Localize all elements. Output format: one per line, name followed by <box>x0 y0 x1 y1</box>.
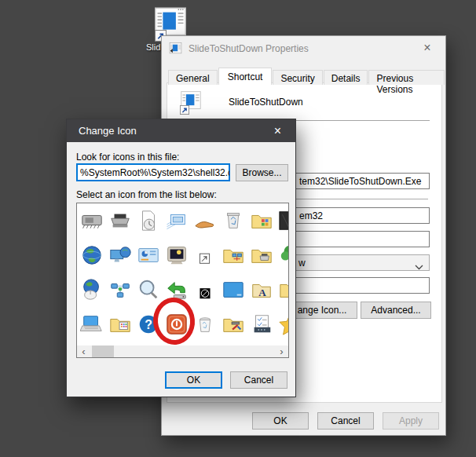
tab-security[interactable]: Security <box>273 70 322 85</box>
properties-title-icon <box>169 42 182 55</box>
advanced-button[interactable]: Advanced... <box>361 302 431 319</box>
shortcut-name-text: SlideToShutDown <box>229 97 303 108</box>
icon-grid[interactable]: ‹ › A? <box>76 203 289 358</box>
change-icon-ok-button[interactable]: OK <box>165 371 222 389</box>
tab-previous-versions[interactable]: Previous Versions <box>368 70 445 85</box>
desktop: Slid SlideToShutDown Properties × Genera… <box>0 0 476 457</box>
horizontal-scrollbar[interactable]: ‹ › <box>77 345 288 357</box>
memory-chip-icon[interactable] <box>80 209 104 232</box>
svg-text:?: ? <box>145 318 152 331</box>
change-icon-cancel-button[interactable]: Cancel <box>230 371 287 389</box>
change-icon-title: Change Icon <box>79 125 137 137</box>
laptop-icon[interactable] <box>80 313 104 336</box>
install-windows-icon[interactable] <box>165 209 189 232</box>
power-button-icon[interactable] <box>165 313 189 336</box>
properties-window-title: SlideToShutDown Properties <box>189 43 309 54</box>
properties-cancel-button[interactable]: Cancel <box>317 412 374 430</box>
printer-icon[interactable] <box>108 209 132 232</box>
network-nodes-icon[interactable] <box>108 278 132 302</box>
desktop-shortcut-label: Slid <box>146 42 160 52</box>
tab-shortcut[interactable]: Shortcut <box>218 68 273 85</box>
properties-close-button[interactable]: × <box>409 36 445 60</box>
properties-apply-button: Apply <box>383 412 439 430</box>
tab-strip: GeneralShortcutSecurityDetailsPrevious V… <box>168 68 445 85</box>
change-icon-dialog: Change Icon × Look for icons in this fil… <box>66 119 296 397</box>
scroll-right-button[interactable]: › <box>275 345 288 357</box>
recycle-bin-full-icon[interactable] <box>222 209 245 232</box>
scrollbar-thumb[interactable] <box>92 345 114 357</box>
shortcut-overlay-icon[interactable] <box>193 243 217 267</box>
folder-apps-icon[interactable] <box>108 313 132 336</box>
folder-printer-icon[interactable] <box>250 243 273 267</box>
help-question-icon[interactable]: ? <box>137 313 160 336</box>
folder-tools-icon[interactable] <box>222 313 245 336</box>
browse-button[interactable]: Browse... <box>236 164 288 181</box>
task-checklist-icon[interactable] <box>250 313 273 336</box>
globe-internet-icon[interactable] <box>80 243 104 267</box>
monitor-globe-icon[interactable] <box>108 243 132 267</box>
monitor-screensaver-icon[interactable] <box>165 243 189 267</box>
control-panel-icon[interactable] <box>137 243 160 267</box>
tab-general[interactable]: General <box>168 70 218 85</box>
properties-titlebar[interactable]: SlideToShutDown Properties <box>162 36 445 60</box>
screen-dark-icon[interactable] <box>278 209 289 232</box>
shortcut-arrow-badge-icon <box>180 104 189 113</box>
star-icon[interactable] <box>278 313 289 336</box>
clock-overlay-icon[interactable] <box>193 278 217 302</box>
folder-programs-icon[interactable] <box>250 209 273 232</box>
display-blue-icon[interactable] <box>222 278 245 302</box>
sharing-hand-icon[interactable] <box>193 209 217 232</box>
svg-text:A: A <box>258 287 266 298</box>
recycle-bin-empty-icon[interactable] <box>193 313 217 336</box>
icon-path-input[interactable]: %SystemRoot%\System32\shell32.c <box>76 163 230 181</box>
scroll-left-button[interactable]: ‹ <box>77 345 90 357</box>
tree-icon[interactable] <box>278 243 289 267</box>
folder-network-icon[interactable] <box>222 243 245 267</box>
globe-mouse-icon[interactable] <box>80 278 104 302</box>
undo-drive-icon[interactable] <box>165 278 189 302</box>
look-for-icons-label: Look for icons in this file: <box>76 152 179 163</box>
folder-fonts-icon[interactable]: A <box>250 278 273 302</box>
chevron-down-icon <box>415 261 423 271</box>
folder-plain-icon[interactable] <box>278 278 289 302</box>
select-icon-label: Select an icon from the list below: <box>76 189 217 200</box>
change-icon-close-button[interactable]: × <box>260 119 295 142</box>
change-icon-button[interactable]: ange Icon... <box>287 302 357 319</box>
tab-details[interactable]: Details <box>324 70 368 85</box>
properties-ok-button[interactable]: OK <box>252 412 309 430</box>
document-clock-icon[interactable] <box>137 209 160 232</box>
magnifier-icon[interactable] <box>137 278 160 302</box>
